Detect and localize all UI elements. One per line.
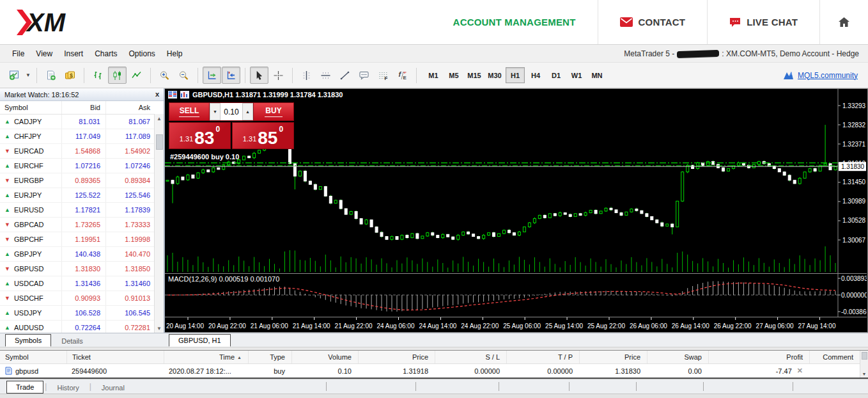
trade-column-swap[interactable]: Swap — [647, 351, 708, 363]
column-symbol[interactable]: Symbol — [0, 104, 61, 111]
menu-item-help[interactable]: Help — [161, 47, 189, 61]
chart-tab-gbpusd-h1[interactable]: GBPUSD, H1 — [169, 334, 231, 347]
chart-shift-icon[interactable] — [222, 67, 240, 84]
account-management-link[interactable]: ACCOUNT MANAGEMENT — [431, 0, 598, 44]
timeframe-d1[interactable]: D1 — [546, 67, 566, 83]
trade-scroll-thumb[interactable] — [862, 352, 867, 360]
volume-decrease-icon[interactable]: ▼ — [210, 103, 221, 120]
scroll-thumb[interactable] — [156, 134, 163, 150]
tab-trade[interactable]: Trade — [6, 381, 43, 394]
timeframe-m30[interactable]: M30 — [485, 67, 504, 83]
tab-details[interactable]: Details — [52, 335, 92, 347]
new-chart-icon[interactable] — [5, 67, 24, 84]
market-watch-row-gbpusd[interactable]: ▼GBPUSD1.318301.31850 — [0, 262, 154, 276]
trade-column-comment[interactable]: Comment — [809, 351, 860, 363]
market-watch-row-eurusd[interactable]: ▲EURUSD1.178211.17839 — [0, 203, 154, 218]
chart-mini-icon[interactable] — [180, 91, 189, 99]
live-chat-link[interactable]: LIVE CHAT — [707, 0, 819, 44]
depth-of-market-icon[interactable] — [168, 91, 177, 99]
market-watch-row-chfjpy[interactable]: ▲CHFJPY117.049117.089 — [0, 129, 154, 144]
mql5-community-link[interactable]: MQL5.community — [783, 71, 863, 80]
sell-button[interactable]: SELL — [169, 102, 210, 121]
trade-column-profit[interactable]: Profit — [708, 351, 809, 363]
market-watch-row-eurcad[interactable]: ▼EURCAD1.548681.54902 — [0, 144, 154, 159]
trade-column-type[interactable]: Type — [248, 351, 291, 363]
volume-increase-icon[interactable]: ▲ — [242, 103, 253, 120]
market-watch-row-eurchf[interactable]: ▲EURCHF1.072161.07246 — [0, 159, 154, 173]
zoom-out-icon[interactable] — [174, 67, 193, 84]
new-order-icon[interactable] — [42, 67, 60, 84]
market-watch-close-icon[interactable]: x — [155, 91, 159, 98]
market-watch-row-eurgbp[interactable]: ▼EURGBP0.893650.89384 — [0, 173, 154, 188]
tab-journal[interactable]: Journal — [93, 382, 134, 394]
column-ask[interactable]: Ask — [105, 101, 155, 114]
market-watch-row-gbpjpy[interactable]: ▲GBPJPY140.438140.470 — [0, 247, 154, 262]
market-watch-titlebar[interactable]: Market Watch: 18:16:52 x — [0, 88, 164, 101]
buy-price-box[interactable]: 1.31 85 0 — [232, 122, 294, 149]
trade-position-row[interactable]: gbpusd2594496002020.08.27 18:12:...buy0.… — [0, 364, 868, 378]
timeframe-w1[interactable]: W1 — [567, 67, 586, 83]
trade-scroll-down-icon[interactable]: ▼ — [862, 372, 867, 378]
trade-column-sl[interactable]: S / L — [435, 351, 506, 363]
trade-column-price[interactable]: Price — [579, 351, 647, 363]
time-axis-label: 27 Aug 14:00 — [798, 322, 836, 330]
market-watch-row-eurjpy[interactable]: ▲EURJPY125.522125.546 — [0, 188, 154, 203]
crosshair-icon[interactable] — [269, 67, 288, 84]
trade-column-ticket[interactable]: Ticket — [66, 351, 164, 363]
deposit-funds-icon[interactable]: $ — [61, 67, 79, 84]
zoom-in-icon[interactable] — [155, 67, 174, 84]
scroll-down-icon[interactable]: ▼ — [155, 324, 164, 333]
market-watch-row-usdjpy[interactable]: ▲USDJPY106.528106.545 — [0, 306, 154, 321]
column-bid[interactable]: Bid — [61, 101, 105, 114]
market-watch-scrollbar[interactable]: ▲ ▼ — [154, 114, 164, 333]
auto-scroll-icon[interactable] — [203, 67, 221, 84]
arrow-down-icon: ▼ — [4, 222, 10, 228]
timeframe-m1[interactable]: M1 — [424, 67, 443, 83]
chart-area[interactable]: GBPUSD,H1 1.31871 1.31999 1.31784 1.3183… — [165, 88, 868, 333]
market-watch-row-cadjpy[interactable]: ▲CADJPY81.03181.067 — [0, 115, 154, 129]
volume-value[interactable]: 0.10 — [221, 103, 242, 120]
market-watch-row-usdcad[interactable]: ▲USDCAD1.314361.31460 — [0, 276, 154, 291]
horizontal-line-icon[interactable] — [316, 67, 335, 84]
market-watch-row-gbpcad[interactable]: ▼GBPCAD1.732651.73333 — [0, 218, 154, 232]
market-watch-row-audusd[interactable]: ▲AUDUSD0.722640.72281 — [0, 321, 154, 333]
open-position-label[interactable]: #259449600 buy 0.10 — [170, 153, 239, 161]
timeframe-h4[interactable]: H4 — [526, 67, 545, 83]
menu-item-view[interactable]: View — [30, 47, 58, 61]
tab-symbols[interactable]: Symbols — [5, 334, 51, 347]
new-chart-dropdown-icon[interactable]: ▼ — [24, 67, 32, 84]
contact-link[interactable]: CONTACT — [598, 0, 708, 44]
menu-item-options[interactable]: Options — [123, 47, 161, 61]
trade-column-tp[interactable]: T / P — [506, 351, 579, 363]
trade-column-price[interactable]: Price — [358, 351, 435, 363]
trade-column-symbol[interactable]: Symbol — [0, 351, 66, 363]
close-position-icon[interactable]: ✕ — [797, 367, 803, 375]
trade-scrollbar[interactable]: ▼ — [860, 351, 868, 378]
timeframe-m15[interactable]: M15 — [465, 67, 484, 83]
timeframe-mn[interactable]: MN — [587, 67, 607, 83]
menu-item-charts[interactable]: Charts — [89, 47, 123, 61]
trade-column-volume[interactable]: Volume — [291, 351, 358, 363]
timeframe-h1[interactable]: H1 — [506, 67, 525, 83]
xm-logo[interactable]: XM — [0, 0, 147, 44]
timeframe-m5[interactable]: M5 — [444, 67, 463, 83]
vertical-line-icon[interactable] — [297, 67, 316, 84]
menu-item-insert[interactable]: Insert — [58, 47, 89, 61]
market-watch-row-usdchf[interactable]: ▼USDCHF0.909930.91013 — [0, 291, 154, 306]
buy-button[interactable]: BUY — [253, 102, 294, 121]
text-comment-icon[interactable] — [355, 67, 373, 84]
fx-objects-icon[interactable]: fE — [393, 67, 412, 84]
sell-price-box[interactable]: 1.31 83 0 — [169, 122, 231, 149]
candlestick-chart-icon[interactable] — [108, 67, 127, 84]
cursor-icon[interactable] — [250, 67, 268, 84]
bar-chart-icon[interactable] — [89, 67, 107, 84]
home-link[interactable] — [819, 0, 868, 44]
menu-item-file[interactable]: File — [6, 47, 30, 61]
trendline-icon[interactable] — [336, 67, 354, 84]
trade-column-time[interactable]: Time▲ — [164, 351, 248, 363]
scroll-up-icon[interactable]: ▲ — [155, 114, 164, 123]
line-chart-icon[interactable] — [127, 67, 146, 84]
market-watch-row-gbpchf[interactable]: ▼GBPCHF1.199511.19998 — [0, 232, 154, 247]
tab-history[interactable]: History — [48, 382, 88, 394]
fibonacci-icon[interactable]: F — [374, 67, 392, 84]
